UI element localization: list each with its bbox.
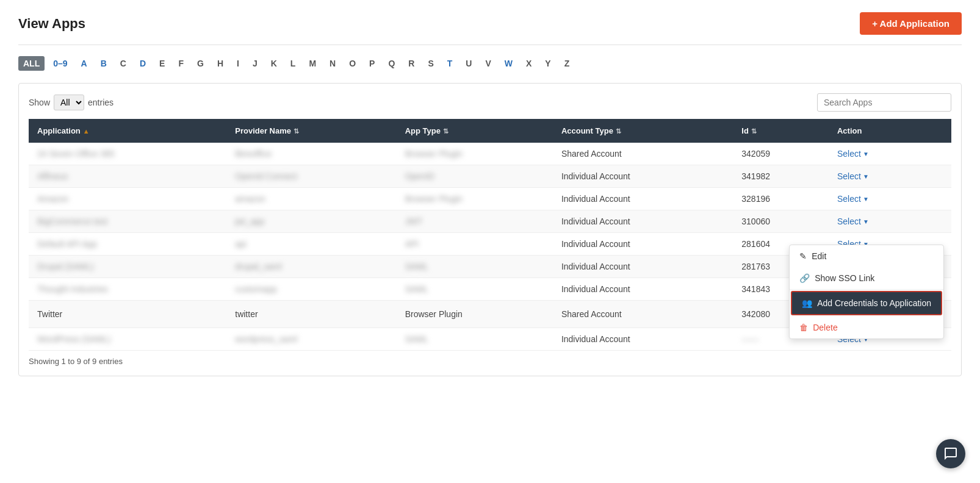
alpha-item-M[interactable]: M (304, 56, 321, 71)
table-row: 24 Seven Office 365libreofficeBrowser Pl… (29, 143, 951, 165)
alpha-item-U[interactable]: U (461, 56, 477, 71)
cell-app_type: Browser Plugin (397, 188, 553, 210)
alpha-item-G[interactable]: G (192, 56, 209, 71)
cell-provider: OpenId Connect (226, 165, 396, 188)
cell-app_type: OpenID (397, 165, 553, 188)
dropdown-label: Edit (812, 251, 826, 261)
alpha-item-W[interactable]: W (500, 56, 517, 71)
alpha-item-A[interactable]: A (76, 56, 92, 71)
cell-id: 310060 (733, 210, 829, 233)
alpha-item-Y[interactable]: Y (540, 56, 555, 71)
dropdown-icon: 🔗 (799, 273, 810, 283)
chat-icon (943, 446, 958, 461)
cell-provider: amazon (226, 188, 396, 210)
action-dropdown: ✎Edit🔗Show SSO Link👥Add Credentials to A… (789, 245, 944, 339)
alpha-item-K[interactable]: K (266, 56, 282, 71)
alpha-item-J[interactable]: J (248, 56, 262, 71)
alpha-item-ALL[interactable]: ALL (18, 56, 45, 71)
cell-provider: twitter (226, 301, 396, 328)
cell-id: 328196 (733, 188, 829, 210)
cell-account_type: Individual Account (553, 165, 733, 188)
cell-account_type: Individual Account (553, 188, 733, 210)
alpha-item-Z[interactable]: Z (560, 56, 575, 71)
delete-icon: 🗑 (799, 323, 808, 332)
alpha-item-H[interactable]: H (212, 56, 228, 71)
cell-application: Amazon (29, 188, 226, 210)
table-footer: Showing 1 to 9 of 9 entries (29, 357, 951, 366)
cell-application: Drupal (SAML) (29, 256, 226, 278)
alpha-item-09[interactable]: 0–9 (48, 56, 72, 71)
table-row: AffineusOpenId ConnectOpenIDIndividual A… (29, 165, 951, 188)
cell-account_type: Shared Account (553, 143, 733, 165)
dropdown-item-add-credentials-to-application[interactable]: 👥Add Credentials to Application (791, 291, 942, 315)
alpha-item-F[interactable]: F (173, 56, 189, 71)
cell-application: Thought Industries (29, 278, 226, 301)
alpha-item-L[interactable]: L (286, 56, 301, 71)
page-title: View Apps (18, 16, 85, 32)
select-button-3[interactable]: Select ▼ (837, 216, 869, 226)
table-controls: Show 102550All entries (29, 93, 951, 112)
cell-action: Select ▼ (829, 143, 951, 165)
select-button-0[interactable]: Select ▼ (837, 149, 869, 159)
cell-app_type: API (397, 233, 553, 256)
show-label: Show (29, 98, 50, 107)
dropdown-item-show-sso-link[interactable]: 🔗Show SSO Link (790, 267, 943, 289)
cell-id: 342059 (733, 143, 829, 165)
cell-account_type: Individual Account (553, 278, 733, 301)
cell-application: Twitter (29, 301, 226, 328)
cell-account_type: Shared Account (553, 301, 733, 328)
dropdown-item-edit[interactable]: ✎Edit (790, 245, 943, 267)
entries-label: entries (88, 98, 113, 107)
th-id[interactable]: Id (733, 119, 829, 143)
page-wrapper: View Apps + Add Application ALL0–9ABCDEF… (0, 0, 980, 483)
alpha-item-V[interactable]: V (480, 56, 495, 71)
cell-application: Affineus (29, 165, 226, 188)
alpha-item-C[interactable]: C (115, 56, 131, 71)
cell-id: 341982 (733, 165, 829, 188)
cell-action: Select ▼ (829, 165, 951, 188)
cell-app_type: SAML (397, 328, 553, 351)
alpha-item-R[interactable]: R (403, 56, 419, 71)
alpha-item-N[interactable]: N (325, 56, 340, 71)
alpha-item-Q[interactable]: Q (383, 56, 400, 71)
add-application-button[interactable]: + Add Application (860, 12, 962, 35)
th-account-type[interactable]: Account Type (553, 119, 733, 143)
alpha-item-T[interactable]: T (442, 56, 458, 71)
entries-count: Showing 1 to 9 of 9 entries (29, 357, 123, 366)
cell-provider: libreoffice (226, 143, 396, 165)
th-provider-name[interactable]: Provider Name (226, 119, 396, 143)
select-button-1[interactable]: Select ▼ (837, 171, 869, 181)
cell-provider: api (226, 233, 396, 256)
th-app-type[interactable]: App Type (397, 119, 553, 143)
table-row: AmazonamazonBrowser PluginIndividual Acc… (29, 188, 951, 210)
show-entries-control: Show 102550All entries (29, 95, 113, 110)
cell-provider: wordpress_saml (226, 328, 396, 351)
cell-app_type: SAML (397, 256, 553, 278)
select-button-2[interactable]: Select ▼ (837, 194, 869, 204)
chat-button[interactable] (936, 439, 965, 468)
cell-account_type: Individual Account (553, 328, 733, 351)
cell-account_type: Individual Account (553, 256, 733, 278)
alpha-item-O[interactable]: O (344, 56, 361, 71)
alpha-item-I[interactable]: I (232, 56, 244, 71)
cell-provider: customapp (226, 278, 396, 301)
alpha-item-B[interactable]: B (96, 56, 112, 71)
table-row: BigCommerce testjwt_appJWTIndividual Acc… (29, 210, 951, 233)
alpha-item-X[interactable]: X (521, 56, 536, 71)
cell-app_type: SAML (397, 278, 553, 301)
alpha-item-P[interactable]: P (364, 56, 380, 71)
dropdown-item-delete[interactable]: 🗑Delete (790, 317, 943, 338)
alpha-nav: ALL0–9ABCDEFGHIJKLMNOPQRSTUVWXYZ (18, 45, 962, 77)
cell-provider: drupal_saml (226, 256, 396, 278)
dropdown-label: Delete (813, 323, 837, 332)
dropdown-label: Add Credentials to Application (817, 298, 931, 308)
alpha-item-D[interactable]: D (135, 56, 151, 71)
alpha-item-S[interactable]: S (423, 56, 438, 71)
search-input[interactable] (817, 93, 951, 112)
cell-account_type: Individual Account (553, 210, 733, 233)
th-application[interactable]: Application (29, 119, 226, 143)
entries-select[interactable]: 102550All (54, 95, 84, 110)
cell-action: Select ▼ (829, 210, 951, 233)
th-action: Action (829, 119, 951, 143)
alpha-item-E[interactable]: E (154, 56, 170, 71)
